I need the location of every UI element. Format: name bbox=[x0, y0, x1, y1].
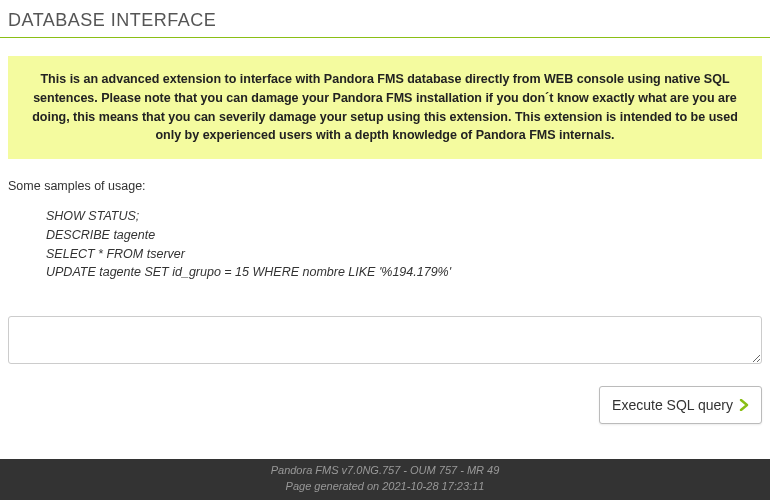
footer-version: Pandora FMS v7.0NG.757 - OUM 757 - MR 49 bbox=[0, 463, 770, 478]
execute-sql-label: Execute SQL query bbox=[612, 397, 733, 413]
sample-item: DESCRIBE tagente bbox=[46, 226, 762, 245]
sql-input[interactable] bbox=[8, 316, 762, 364]
page-title: DATABASE INTERFACE bbox=[0, 0, 770, 38]
sample-item: UPDATE tagente SET id_grupo = 15 WHERE n… bbox=[46, 263, 762, 282]
warning-box: This is an advanced extension to interfa… bbox=[8, 56, 762, 159]
samples-label: Some samples of usage: bbox=[8, 179, 762, 193]
main-content: This is an advanced extension to interfa… bbox=[0, 56, 770, 424]
footer-generated: Page generated on 2021-10-28 17:23:11 bbox=[0, 479, 770, 494]
sample-item: SHOW STATUS; bbox=[46, 207, 762, 226]
footer: Pandora FMS v7.0NG.757 - OUM 757 - MR 49… bbox=[0, 459, 770, 500]
chevron-right-icon bbox=[739, 399, 749, 411]
samples-list: SHOW STATUS; DESCRIBE tagente SELECT * F… bbox=[8, 207, 762, 282]
button-row: Execute SQL query bbox=[8, 386, 762, 424]
execute-sql-button[interactable]: Execute SQL query bbox=[599, 386, 762, 424]
sample-item: SELECT * FROM tserver bbox=[46, 245, 762, 264]
